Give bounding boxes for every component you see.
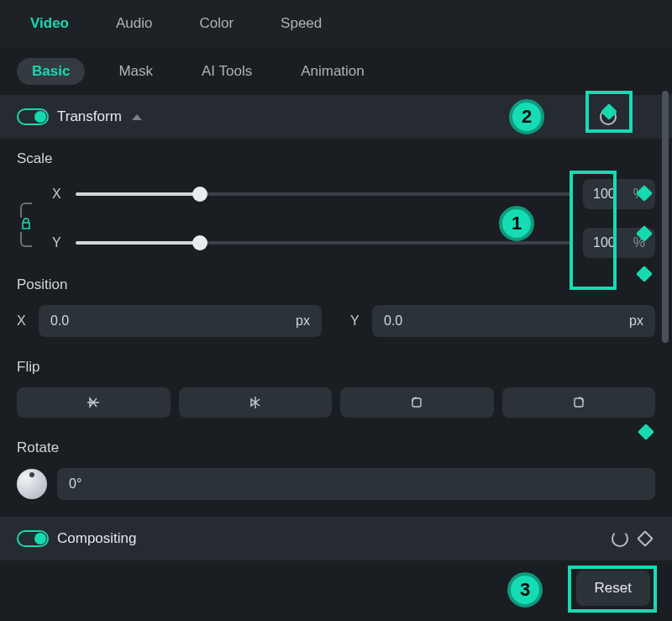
subtab-animation[interactable]: Animation bbox=[286, 58, 380, 85]
scale-lock-group bbox=[20, 203, 32, 247]
compositing-keyframe-diamond-icon[interactable] bbox=[637, 530, 654, 547]
annotation-callout-2: 2 bbox=[509, 99, 544, 134]
subtab-mask[interactable]: Mask bbox=[103, 58, 168, 85]
section-header-compositing: Compositing bbox=[0, 517, 672, 560]
tab-video[interactable]: Video bbox=[17, 10, 82, 37]
scale-x-number: 100 bbox=[593, 187, 616, 202]
transform-title: Transform bbox=[57, 108, 122, 125]
tab-audio[interactable]: Audio bbox=[102, 10, 165, 37]
collapse-up-icon[interactable] bbox=[132, 114, 142, 120]
annotation-callout-1: 1 bbox=[499, 206, 534, 241]
position-x-field: X 0.0 px bbox=[17, 305, 322, 337]
sub-tab-bar: Basic Mask AI Tools Animation bbox=[0, 48, 672, 95]
transform-enable-toggle[interactable] bbox=[17, 108, 49, 125]
scale-x-row: X 100 % bbox=[17, 179, 655, 209]
scale-x-label: X bbox=[52, 187, 64, 202]
subtab-basic[interactable]: Basic bbox=[17, 58, 85, 85]
scale-label: Scale bbox=[17, 150, 655, 167]
tab-color[interactable]: Color bbox=[186, 10, 247, 37]
scale-y-slider[interactable] bbox=[76, 241, 571, 245]
flip-horizontal-button[interactable] bbox=[179, 387, 333, 418]
scale-y-label: Y bbox=[52, 235, 64, 250]
reset-compositing-icon[interactable] bbox=[612, 530, 628, 547]
main-tab-bar: Video Audio Color Speed bbox=[0, 0, 672, 48]
footer: Reset bbox=[576, 571, 650, 606]
compositing-title: Compositing bbox=[57, 530, 137, 547]
position-x-number: 0.0 bbox=[50, 313, 69, 329]
flip-horizontal-icon bbox=[247, 394, 264, 411]
transform-body: Scale X 100 % Y bbox=[0, 139, 672, 500]
rotate-cw-button[interactable] bbox=[502, 387, 656, 418]
scale-y-row: Y 100 % bbox=[17, 228, 655, 258]
position-row: X 0.0 px Y 0.0 px bbox=[17, 305, 655, 337]
position-y-label: Y bbox=[350, 313, 362, 329]
position-x-input[interactable]: 0.0 px bbox=[39, 305, 322, 337]
lock-icon[interactable] bbox=[21, 216, 31, 234]
annotation-callout-3: 3 bbox=[507, 572, 543, 608]
flip-row bbox=[17, 387, 655, 418]
tab-speed[interactable]: Speed bbox=[267, 10, 335, 37]
position-label: Position bbox=[17, 276, 655, 293]
rotate-keyframe-diamond-icon[interactable] bbox=[638, 424, 654, 440]
rotate-row: 0° bbox=[17, 468, 655, 500]
scale-y-number: 100 bbox=[593, 235, 616, 250]
position-y-unit: px bbox=[629, 313, 643, 329]
subtab-aitools[interactable]: AI Tools bbox=[186, 58, 267, 85]
position-x-unit: px bbox=[296, 313, 310, 329]
scale-x-slider[interactable] bbox=[76, 192, 571, 196]
rotate-value-input[interactable]: 0° bbox=[57, 468, 655, 500]
compositing-enable-toggle[interactable] bbox=[17, 530, 49, 547]
position-keyframe-diamond-icon[interactable] bbox=[636, 266, 653, 282]
rotate-ccw-button[interactable] bbox=[340, 387, 494, 418]
svg-rect-1 bbox=[575, 398, 583, 407]
scale-x-keyframe-diamond-icon[interactable] bbox=[636, 185, 653, 202]
scale-y-keyframe-diamond-icon[interactable] bbox=[636, 225, 653, 242]
position-x-label: X bbox=[17, 313, 29, 329]
rotate-ccw-icon bbox=[408, 394, 425, 411]
section-header-transform: Transform bbox=[0, 95, 672, 139]
flip-vertical-icon bbox=[85, 394, 102, 411]
position-y-number: 0.0 bbox=[384, 313, 402, 329]
flip-vertical-button[interactable] bbox=[17, 387, 171, 418]
flip-label: Flip bbox=[17, 359, 655, 376]
rotate-cw-icon bbox=[570, 394, 587, 411]
position-y-input[interactable]: 0.0 px bbox=[372, 305, 655, 337]
reset-button[interactable]: Reset bbox=[576, 571, 650, 606]
rotate-label: Rotate bbox=[17, 439, 59, 456]
rotate-value: 0° bbox=[69, 476, 81, 492]
rotate-dial[interactable] bbox=[17, 469, 47, 499]
position-y-field: Y 0.0 px bbox=[350, 305, 655, 337]
svg-rect-0 bbox=[412, 398, 421, 407]
